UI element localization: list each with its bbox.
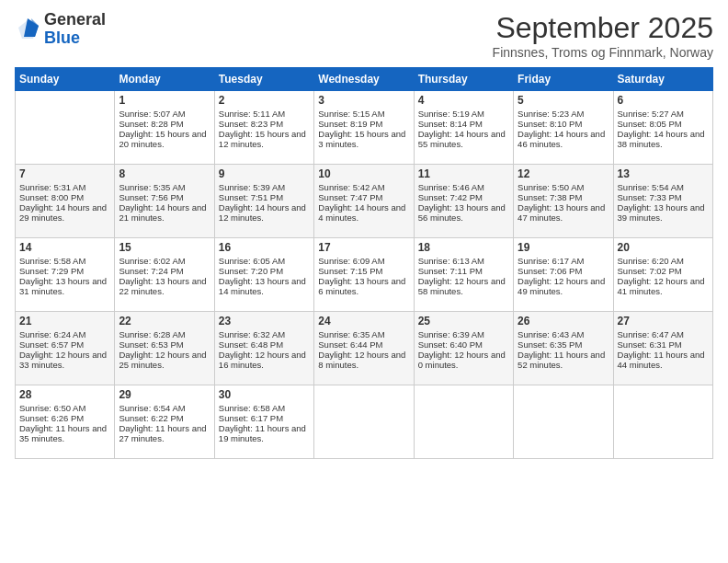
day-number: 11	[418, 167, 509, 180]
sunrise-text: Sunrise: 6:24 AM	[19, 329, 110, 339]
calendar-cell: 10Sunrise: 5:42 AMSunset: 7:47 PMDayligh…	[314, 165, 414, 238]
calendar-cell: 2Sunrise: 5:11 AMSunset: 8:23 PMDaylight…	[214, 91, 313, 165]
sunset-text: Sunset: 8:05 PM	[618, 119, 709, 129]
col-sunday: Sunday	[16, 68, 115, 91]
sunset-text: Sunset: 8:14 PM	[418, 119, 509, 129]
daylight-text: Daylight: 11 hours and 27 minutes.	[119, 423, 210, 443]
sunrise-text: Sunrise: 5:46 AM	[418, 182, 509, 192]
location-subtitle: Finnsnes, Troms og Finnmark, Norway	[493, 45, 713, 60]
sunset-text: Sunset: 7:15 PM	[318, 266, 409, 276]
col-friday: Friday	[514, 68, 613, 91]
calendar-cell	[414, 385, 513, 459]
day-number: 10	[318, 167, 409, 180]
daylight-text: Daylight: 12 hours and 49 minutes.	[518, 276, 609, 296]
calendar-cell: 23Sunrise: 6:32 AMSunset: 6:48 PMDayligh…	[214, 312, 313, 385]
calendar-cell: 4Sunrise: 5:19 AMSunset: 8:14 PMDaylight…	[414, 91, 513, 165]
day-number: 28	[19, 388, 110, 401]
day-number: 30	[219, 388, 310, 401]
sunrise-text: Sunrise: 6:50 AM	[19, 403, 110, 413]
daylight-text: Daylight: 12 hours and 0 minutes.	[418, 350, 509, 370]
daylight-text: Daylight: 12 hours and 33 minutes.	[19, 350, 110, 370]
day-number: 24	[318, 315, 409, 327]
logo-text: General Blue	[44, 11, 106, 48]
sunrise-text: Sunrise: 5:19 AM	[418, 109, 509, 119]
sunset-text: Sunset: 8:00 PM	[19, 192, 110, 202]
calendar-cell	[514, 385, 613, 459]
sunrise-text: Sunrise: 5:50 AM	[518, 182, 609, 192]
sunset-text: Sunset: 7:06 PM	[518, 266, 609, 276]
sunset-text: Sunset: 7:24 PM	[119, 266, 210, 276]
day-number: 12	[518, 167, 609, 180]
calendar-cell: 9Sunrise: 5:39 AMSunset: 7:51 PMDaylight…	[214, 165, 313, 238]
calendar-cell: 22Sunrise: 6:28 AMSunset: 6:53 PMDayligh…	[115, 312, 214, 385]
sunrise-text: Sunrise: 6:28 AM	[119, 329, 210, 339]
day-number: 21	[19, 315, 110, 327]
col-monday: Monday	[115, 68, 214, 91]
daylight-text: Daylight: 15 hours and 3 minutes.	[318, 129, 409, 149]
sunrise-text: Sunrise: 6:05 AM	[219, 256, 310, 266]
daylight-text: Daylight: 13 hours and 56 minutes.	[418, 202, 509, 223]
sunset-text: Sunset: 6:35 PM	[518, 339, 609, 350]
day-number: 19	[518, 241, 609, 254]
sunset-text: Sunset: 6:17 PM	[219, 413, 310, 423]
sunset-text: Sunset: 7:02 PM	[618, 266, 709, 276]
logo-icon	[15, 17, 40, 42]
daylight-text: Daylight: 13 hours and 6 minutes.	[318, 276, 409, 296]
sunrise-text: Sunrise: 5:07 AM	[119, 109, 210, 119]
day-number: 25	[418, 315, 509, 327]
sunset-text: Sunset: 6:22 PM	[119, 413, 210, 423]
sunrise-text: Sunrise: 6:20 AM	[618, 256, 709, 266]
calendar-table: Sunday Monday Tuesday Wednesday Thursday…	[15, 67, 713, 459]
day-number: 2	[219, 94, 310, 107]
sunset-text: Sunset: 6:48 PM	[219, 339, 310, 350]
header-row: Sunday Monday Tuesday Wednesday Thursday…	[16, 68, 713, 91]
week-row-4: 21Sunrise: 6:24 AMSunset: 6:57 PMDayligh…	[16, 312, 713, 385]
calendar-cell: 25Sunrise: 6:39 AMSunset: 6:40 PMDayligh…	[414, 312, 513, 385]
sunrise-text: Sunrise: 5:58 AM	[19, 256, 110, 266]
sunrise-text: Sunrise: 6:35 AM	[318, 329, 409, 339]
calendar-cell: 15Sunrise: 6:02 AMSunset: 7:24 PMDayligh…	[115, 238, 214, 312]
daylight-text: Daylight: 11 hours and 35 minutes.	[19, 423, 110, 443]
daylight-text: Daylight: 13 hours and 47 minutes.	[518, 202, 609, 223]
day-number: 4	[418, 94, 509, 107]
sunset-text: Sunset: 6:57 PM	[19, 339, 110, 350]
col-thursday: Thursday	[414, 68, 513, 91]
calendar-cell: 1Sunrise: 5:07 AMSunset: 8:28 PMDaylight…	[115, 91, 214, 165]
day-number: 27	[618, 315, 709, 327]
sunrise-text: Sunrise: 6:39 AM	[418, 329, 509, 339]
day-number: 26	[518, 315, 609, 327]
header: General Blue September 2025 Finnsnes, Tr…	[15, 11, 713, 60]
daylight-text: Daylight: 12 hours and 41 minutes.	[618, 276, 709, 296]
sunset-text: Sunset: 6:40 PM	[418, 339, 509, 350]
day-number: 9	[219, 167, 310, 180]
day-number: 1	[119, 94, 210, 107]
day-number: 7	[19, 167, 110, 180]
sunset-text: Sunset: 7:42 PM	[418, 192, 509, 202]
day-number: 23	[219, 315, 310, 327]
sunrise-text: Sunrise: 5:11 AM	[219, 109, 310, 119]
calendar-cell: 16Sunrise: 6:05 AMSunset: 7:20 PMDayligh…	[214, 238, 313, 312]
week-row-3: 14Sunrise: 5:58 AMSunset: 7:29 PMDayligh…	[16, 238, 713, 312]
sunset-text: Sunset: 7:29 PM	[19, 266, 110, 276]
day-number: 5	[518, 94, 609, 107]
daylight-text: Daylight: 14 hours and 46 minutes.	[518, 129, 609, 149]
sunset-text: Sunset: 7:47 PM	[318, 192, 409, 202]
sunrise-text: Sunrise: 6:17 AM	[518, 256, 609, 266]
day-number: 8	[119, 167, 210, 180]
sunrise-text: Sunrise: 5:42 AM	[318, 182, 409, 192]
title-block: September 2025 Finnsnes, Troms og Finnma…	[493, 11, 713, 60]
daylight-text: Daylight: 15 hours and 12 minutes.	[219, 129, 310, 149]
sunrise-text: Sunrise: 6:13 AM	[418, 256, 509, 266]
svg-marker-2	[24, 18, 39, 37]
day-number: 16	[219, 241, 310, 254]
daylight-text: Daylight: 14 hours and 55 minutes.	[418, 129, 509, 149]
logo: General Blue	[15, 11, 106, 48]
sunrise-text: Sunrise: 5:15 AM	[318, 109, 409, 119]
day-number: 14	[19, 241, 110, 254]
sunrise-text: Sunrise: 5:31 AM	[19, 182, 110, 192]
month-title: September 2025	[493, 11, 713, 45]
daylight-text: Daylight: 11 hours and 19 minutes.	[219, 423, 310, 443]
sunset-text: Sunset: 8:23 PM	[219, 119, 310, 129]
daylight-text: Daylight: 13 hours and 14 minutes.	[219, 276, 310, 296]
sunrise-text: Sunrise: 5:23 AM	[518, 109, 609, 119]
